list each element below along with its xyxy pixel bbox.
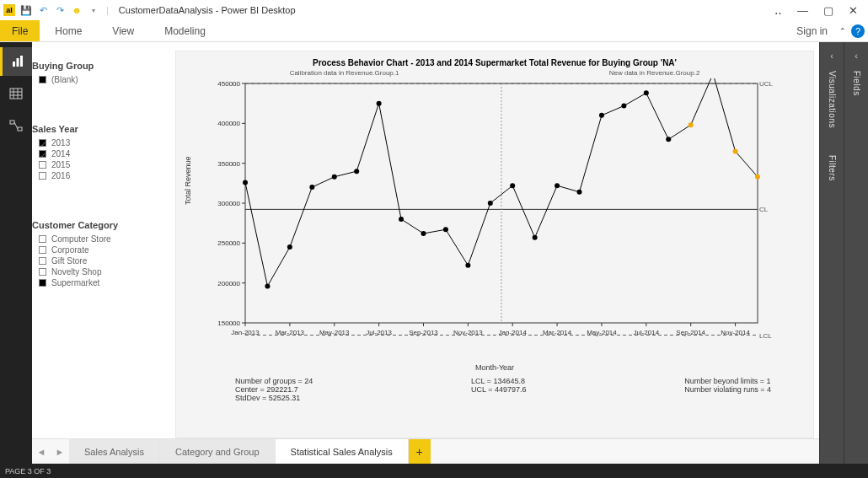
- svg-point-75: [644, 90, 649, 95]
- slicer-item-supermarket[interactable]: Supermarket: [32, 277, 175, 288]
- svg-text:LCL: LCL: [759, 332, 772, 340]
- more-icon[interactable]: ‥: [774, 4, 782, 17]
- slicer-item-blank[interactable]: (Blank): [32, 74, 175, 85]
- svg-point-67: [465, 263, 470, 268]
- svg-rect-1: [16, 58, 19, 67]
- svg-point-80: [755, 175, 760, 180]
- svg-point-71: [555, 183, 560, 188]
- slicer-sales-year-title: Sales Year: [32, 124, 175, 134]
- svg-text:250000: 250000: [217, 239, 240, 247]
- checkbox-icon: [39, 235, 46, 243]
- svg-point-65: [421, 231, 426, 236]
- data-view-icon: [9, 87, 23, 100]
- smiley-icon[interactable]: ☻: [71, 4, 83, 16]
- slicer-item-computer-store[interactable]: Computer Store: [32, 234, 175, 244]
- title-bar: aI 💾 ↶ ↷ ☻ ▾ | CustomerDataAnalysis - Po…: [0, 0, 868, 20]
- slicer-label: 2013: [51, 138, 70, 148]
- slicer-item-2015[interactable]: 2015: [32, 159, 175, 170]
- page-tab-sales-analysis[interactable]: Sales Analysis: [69, 439, 160, 464]
- svg-line-10: [14, 122, 18, 129]
- canvas-wrapper: Buying Group (Blank) Sales Year ✓2013 ✓2…: [32, 42, 819, 464]
- svg-point-69: [510, 183, 515, 188]
- separator: |: [106, 5, 109, 15]
- close-button[interactable]: ✕: [849, 4, 858, 17]
- stat-line: Center = 292221.7: [235, 385, 313, 394]
- stats-mid: LCL = 134645.8 UCL = 449797.6: [471, 377, 526, 402]
- ribbon-tab-modeling[interactable]: Modeling: [149, 20, 221, 41]
- page-tab-bar: ◄ ► Sales Analysis Category and Group St…: [32, 438, 819, 464]
- qat-dropdown-icon[interactable]: ▾: [88, 4, 99, 16]
- report-canvas: Buying Group (Blank) Sales Year ✓2013 ✓2…: [32, 42, 819, 438]
- svg-text:300000: 300000: [217, 200, 240, 207]
- page-tab-statistical-sales-analysis[interactable]: Statistical Sales Analysis: [276, 439, 409, 464]
- quick-access-toolbar: aI 💾 ↶ ↷ ☻ ▾ |: [3, 4, 110, 16]
- app-icon: aI: [3, 4, 15, 16]
- sign-in-button[interactable]: Sign in: [785, 20, 839, 41]
- stat-line: LCL = 134645.8: [471, 377, 526, 385]
- svg-rect-8: [10, 121, 14, 124]
- ribbon-tab-view[interactable]: View: [97, 20, 149, 41]
- data-view-button[interactable]: [0, 79, 32, 108]
- chart-visual[interactable]: Process Behavior Chart - 2013 and 2014 S…: [175, 51, 814, 438]
- report-view-button[interactable]: [0, 47, 32, 76]
- slicer-customer-category-title: Customer Category: [32, 220, 175, 230]
- slicer-item-gift-store[interactable]: Gift Store: [32, 255, 175, 266]
- ribbon-tab-home[interactable]: Home: [40, 20, 97, 41]
- stat-line: UCL = 449797.6: [471, 385, 526, 394]
- svg-point-63: [377, 101, 382, 106]
- fields-pane-collapsed[interactable]: ‹ Fields: [844, 42, 868, 464]
- prev-page-button[interactable]: ◄: [32, 443, 51, 460]
- restore-button[interactable]: ▢: [823, 4, 833, 17]
- slicer-item-corporate[interactable]: Corporate: [32, 244, 175, 255]
- x-axis-title: Month-Year: [185, 363, 805, 372]
- checkbox-icon: [39, 268, 46, 276]
- view-switcher-rail: [0, 42, 32, 464]
- page-tab-category-and-group[interactable]: Category and Group: [160, 439, 276, 464]
- checkbox-icon: [39, 257, 46, 265]
- save-icon[interactable]: 💾: [20, 4, 32, 16]
- slicer-item-2013[interactable]: ✓2013: [32, 137, 175, 148]
- svg-point-61: [332, 175, 337, 180]
- new-data-label: New data in Revenue.Group.2: [609, 69, 700, 77]
- window-controls: ‥ — ▢ ✕: [774, 4, 865, 17]
- svg-point-59: [287, 244, 292, 250]
- slicer-item-2014[interactable]: ✓2014: [32, 148, 175, 159]
- visualizations-pane-collapsed[interactable]: ‹ Visualizations Filters: [819, 42, 844, 464]
- slicer-item-2016[interactable]: 2016: [32, 170, 175, 181]
- svg-rect-2: [20, 56, 23, 67]
- svg-point-60: [309, 185, 314, 190]
- slicer-label: 2016: [51, 171, 70, 180]
- svg-point-62: [354, 169, 359, 174]
- sign-in-label: Sign in: [796, 25, 828, 37]
- svg-text:200000: 200000: [217, 280, 240, 287]
- svg-point-58: [265, 283, 270, 288]
- minimize-button[interactable]: —: [797, 4, 808, 17]
- stat-line: Number violating runs = 4: [684, 385, 771, 394]
- next-page-button[interactable]: ►: [51, 443, 69, 460]
- y-axis-title: Total Revenue: [184, 156, 192, 205]
- svg-point-77: [689, 122, 694, 127]
- right-panes: ‹ Visualizations Filters ‹ Fields: [819, 42, 868, 464]
- main-area: Buying Group (Blank) Sales Year ✓2013 ✓2…: [0, 42, 868, 464]
- checkbox-icon: [39, 161, 46, 169]
- visualizations-label: Visualizations: [828, 71, 837, 128]
- svg-point-57: [243, 180, 248, 185]
- add-page-button[interactable]: +: [409, 439, 431, 464]
- undo-icon[interactable]: ↶: [37, 4, 49, 16]
- svg-rect-3: [10, 89, 22, 99]
- svg-point-70: [533, 235, 538, 240]
- slicer-item-novelty-shop[interactable]: Novelty Shop: [32, 266, 175, 277]
- help-icon[interactable]: ?: [851, 24, 865, 38]
- model-view-button[interactable]: [0, 111, 32, 140]
- slicer-buying-group-title: Buying Group: [32, 61, 175, 71]
- collapse-ribbon-icon[interactable]: ⌄: [839, 26, 846, 35]
- stats-left: Number of groups = 24 Center = 292221.7 …: [235, 377, 313, 402]
- ribbon: File Home View Modeling Sign in ⌄ ?: [0, 20, 868, 42]
- stat-line: Number beyond limits = 1: [684, 377, 771, 385]
- filters-label: Filters: [828, 155, 837, 181]
- svg-point-79: [733, 148, 738, 153]
- file-tab[interactable]: File: [0, 20, 40, 41]
- redo-icon[interactable]: ↷: [54, 4, 66, 16]
- svg-text:UCL: UCL: [759, 80, 774, 88]
- chart-stats: Number of groups = 24 Center = 292221.7 …: [235, 377, 771, 402]
